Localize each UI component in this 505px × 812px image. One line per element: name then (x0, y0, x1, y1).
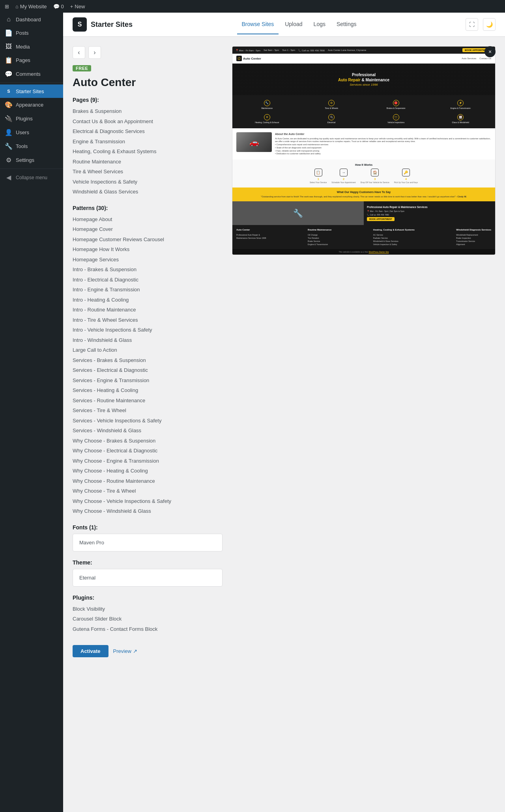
sidebar-item-starter-sites[interactable]: S Starter Sites (0, 84, 63, 98)
sidebar-label-tools: Tools (16, 143, 28, 149)
sidebar-label-dashboard: Dashboard (16, 17, 41, 23)
service-glass-label: Glass & Windshield (431, 121, 491, 124)
action-bar: Activate Preview ↗ (73, 645, 223, 657)
house-icon: ⌂ (15, 4, 19, 9)
list-item: Routine Maintenance (73, 157, 223, 167)
list-item: Why Choose - Electrical & Diagnostic (73, 446, 223, 456)
sidebar-item-pages[interactable]: 📋 Pages (0, 53, 63, 67)
sidebar-item-users[interactable]: 👤 Users (0, 126, 63, 139)
about-heading: About the Auto Center (275, 132, 491, 136)
list-item: Gutena Forms - Contact Forms Block (73, 624, 223, 634)
settings-icon: ⚙ (5, 156, 13, 164)
list-item: Homepage Services (73, 255, 223, 265)
preview-logo: Auto Center (236, 56, 261, 61)
list-item: Engine & Transmission (73, 137, 223, 147)
list-item: Contact Us & Book an Appointment (73, 116, 223, 127)
step-4: 🔑 4 Pick Up Your Car and Keys (394, 169, 418, 184)
heating-icon: ❄ (264, 114, 270, 120)
cta-book-btn[interactable]: BOOK APPOINTMENT (367, 217, 395, 221)
hero-subtitle: Auto Repair & Maintenance (338, 78, 389, 82)
brakes-icon: 🛑 (393, 100, 399, 106)
engine-icon: ⚡ (457, 100, 464, 106)
fonts-box: Maven Pro (73, 534, 223, 551)
pages-list: Brakes & Suspension Contact Us & Book an… (73, 106, 223, 197)
sidebar-item-tools[interactable]: 🔧 Tools (0, 139, 63, 153)
preview-logo-text: Auto Center (243, 57, 261, 60)
wp-logo-link[interactable]: ⊞ (5, 4, 9, 9)
tires-icon: ⚙ (328, 100, 335, 106)
list-item: Intro - Heating & Cooling (73, 295, 223, 305)
list-item: Services - Heating & Cooling (73, 385, 223, 396)
phone-topbar: 📞 Call us: 555 456 7890 (298, 49, 325, 52)
nav-logs[interactable]: Logs (309, 15, 330, 34)
service-glass: 🪟 Glass & Windshield (429, 113, 492, 125)
sidebar-item-plugins[interactable]: 🔌 Plugins (0, 112, 63, 126)
cta-phone: 📞 Call us: 555 456 7890 (367, 214, 492, 216)
sidebar-collapse-button[interactable]: ◀ Collapse menu (0, 171, 63, 184)
close-icon: × (488, 49, 492, 55)
hours-2: Sat 8am - 5pm (264, 49, 279, 52)
prev-arrow[interactable]: ‹ (73, 46, 85, 59)
service-inspections: 🛡 Vehicle Inspections (365, 113, 428, 125)
sidebar-item-settings[interactable]: ⚙ Settings (0, 153, 63, 167)
plus-icon: + (70, 4, 73, 9)
plugin-brand: S Starter Sites (73, 13, 133, 36)
preview-label: Preview (113, 648, 131, 654)
preview-header: Auto Center Auto Services Contact Us (232, 54, 495, 64)
testimonial-heading: What Our Happy Customers Have To Say (237, 191, 490, 193)
service-maintenance-label: Maintenance (237, 107, 297, 109)
footer-brand-name: Auto Center (236, 228, 266, 232)
step-4-label: Pick Up Your Car and Keys (394, 181, 418, 184)
dark-mode-button[interactable]: 🌙 (483, 18, 496, 31)
plugin-nav: Browse Sites Upload Logs Settings (237, 15, 361, 34)
plugin-logo-text: S (78, 21, 82, 28)
electrical-icon: 🔌 (328, 114, 335, 120)
service-heating-label: Heating, Cooling & Exhaust (237, 121, 297, 124)
step-2-label: Schedule Your Appointment (331, 181, 355, 184)
preview-hero: Professional Auto Repair & Maintenance S… (232, 64, 495, 95)
preview-button[interactable]: Preview ↗ (113, 648, 137, 654)
footer-col-2: Heating, Cooling & Exhaust Systems AC Se… (373, 228, 415, 246)
step-1-label: Select Your Service (310, 181, 327, 184)
sidebar-item-appearance[interactable]: 🎨 Appearance (0, 98, 63, 112)
service-maintenance: 🔧 Maintenance (236, 98, 299, 111)
sidebar-label-plugins: Plugins (16, 116, 33, 122)
step-1: 📋 1 Select Your Service (310, 169, 327, 184)
sidebar: ⌂ Dashboard 📄 Posts 🖼 Media 📋 Pages 💬 Co… (0, 13, 63, 812)
service-brakes-label: Brakes & Suspension (366, 107, 426, 109)
nav-settings[interactable]: Settings (332, 15, 361, 34)
external-link-icon: ↗ (133, 648, 137, 654)
sidebar-item-comments[interactable]: 💬 Comments (0, 67, 63, 81)
preview-cta-section: Professional Auto Repair & Maintenance S… (232, 201, 495, 225)
activate-button[interactable]: Activate (73, 645, 108, 657)
list-item: Services - Electrical & Diagnostic (73, 365, 223, 375)
close-button[interactable]: × (484, 46, 496, 57)
theme-box: Eternal (73, 569, 223, 587)
wordpress-starter-link[interactable]: WordPress Starter Site (369, 251, 389, 253)
preview-topbar: 📍 Mon - Fri 8am - 5pm Sat 8am - 5pm Sun … (232, 47, 495, 54)
list-item: Intro - Tire & Wheel Services (73, 315, 223, 325)
list-item: Services - Vehicle Inspections & Safety (73, 416, 223, 426)
step-3-icon: 🏠 (371, 169, 379, 176)
new-link[interactable]: + New (70, 4, 85, 9)
footer-col-3-heading: Windshield Diagnosis Services (456, 228, 491, 232)
comments-link[interactable]: 💬 0 (53, 4, 64, 9)
service-electrical: 🔌 Electrical (300, 113, 363, 125)
sidebar-item-dashboard[interactable]: ⌂ Dashboard (0, 13, 63, 26)
hero-tagline: Services since 1996 (338, 83, 389, 86)
sidebar-item-media[interactable]: 🖼 Media (0, 40, 63, 53)
expand-button[interactable]: ⛶ (466, 18, 478, 31)
nav-browse-sites[interactable]: Browse Sites (237, 15, 279, 34)
step-4-num: 4 (394, 177, 418, 181)
site-name-link[interactable]: ⌂ My Website (15, 4, 47, 9)
nav-upload[interactable]: Upload (280, 15, 307, 34)
appearance-icon: 🎨 (5, 101, 13, 109)
admin-bar: ⊞ ⌂ My Website 💬 0 + New (0, 0, 505, 13)
sidebar-item-posts[interactable]: 📄 Posts (0, 26, 63, 40)
next-arrow[interactable]: › (88, 46, 101, 59)
list-item: Why Choose - Engine & Transmission (73, 456, 223, 466)
list-item: Services - Engine & Transmission (73, 375, 223, 386)
step-4-icon: 🔑 (402, 169, 410, 176)
hero-text: Professional Auto Repair & Maintenance S… (338, 73, 389, 86)
cta-hours: 📍 Mon - Fri: 8am - 5pm | Sat: 5pm to 5pm (367, 210, 492, 212)
